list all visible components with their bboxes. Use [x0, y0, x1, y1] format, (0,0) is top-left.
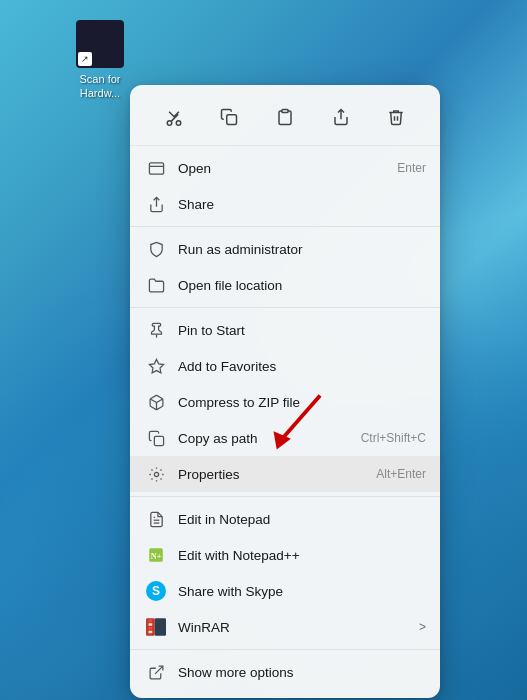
- svg-rect-8: [154, 436, 163, 445]
- menu-item-copy-path[interactable]: Copy as path Ctrl+Shift+C: [130, 420, 440, 456]
- copy-path-label: Copy as path: [178, 431, 361, 446]
- svg-rect-16: [149, 620, 153, 623]
- divider-4: [130, 649, 440, 650]
- properties-icon: [144, 462, 168, 486]
- svg-rect-4: [149, 162, 163, 173]
- svg-line-20: [155, 666, 163, 674]
- icon-image: ↗: [76, 20, 124, 68]
- menu-item-open-location[interactable]: Open file location: [130, 267, 440, 303]
- share-toolbar-button[interactable]: [323, 99, 359, 135]
- desktop-icon-label: Scan for Hardw...: [60, 72, 140, 101]
- winrar-label: WinRAR: [178, 620, 415, 635]
- svg-rect-19: [149, 631, 153, 634]
- share-toolbar-icon: [332, 108, 350, 126]
- add-favorites-label: Add to Favorites: [178, 359, 426, 374]
- folder-icon: [144, 273, 168, 297]
- svg-point-0: [167, 121, 172, 126]
- cut-button[interactable]: [156, 99, 192, 135]
- delete-icon: [387, 108, 405, 126]
- paste-icon: [276, 108, 294, 126]
- menu-item-pin-start[interactable]: Pin to Start: [130, 312, 440, 348]
- zip-icon: [144, 390, 168, 414]
- pin-icon: [144, 318, 168, 342]
- svg-rect-3: [282, 110, 288, 113]
- menu-item-run-admin[interactable]: Run as administrator: [130, 231, 440, 267]
- delete-button[interactable]: [378, 99, 414, 135]
- context-menu: Open Enter Share Run as administrator Op…: [130, 85, 440, 698]
- open-location-label: Open file location: [178, 278, 426, 293]
- menu-item-share[interactable]: Share: [130, 186, 440, 222]
- properties-label: Properties: [178, 467, 376, 482]
- open-icon: [144, 156, 168, 180]
- menu-item-add-favorites[interactable]: Add to Favorites: [130, 348, 440, 384]
- svg-text:N+: N+: [151, 552, 162, 561]
- run-admin-label: Run as administrator: [178, 242, 426, 257]
- share-label: Share: [178, 197, 426, 212]
- skype-logo: S: [146, 581, 166, 601]
- share-icon: [144, 192, 168, 216]
- copy-path-shortcut: Ctrl+Shift+C: [361, 431, 426, 445]
- copy-path-icon: [144, 426, 168, 450]
- notepad-icon: [144, 507, 168, 531]
- edit-notepad-label: Edit in Notepad: [178, 512, 426, 527]
- more-options-label: Show more options: [178, 665, 426, 680]
- skype-icon: S: [144, 579, 168, 603]
- svg-point-1: [176, 121, 181, 126]
- svg-rect-15: [155, 618, 166, 636]
- winrar-icon: [144, 615, 168, 639]
- svg-point-9: [154, 472, 158, 476]
- toolbar-row: [130, 93, 440, 146]
- divider-1: [130, 226, 440, 227]
- shield-icon: [144, 237, 168, 261]
- copy-button[interactable]: [211, 99, 247, 135]
- winrar-chevron-icon: >: [419, 620, 426, 634]
- notepadpp-icon: N+: [144, 543, 168, 567]
- desktop-icon[interactable]: ↗ Scan for Hardw...: [60, 20, 140, 101]
- cut-icon: [165, 108, 183, 126]
- menu-item-edit-notepad[interactable]: Edit in Notepad: [130, 501, 440, 537]
- open-label: Open: [178, 161, 397, 176]
- divider-2: [130, 307, 440, 308]
- divider-3: [130, 496, 440, 497]
- pin-start-label: Pin to Start: [178, 323, 426, 338]
- svg-marker-6: [149, 359, 163, 372]
- more-options-icon: [144, 660, 168, 684]
- properties-shortcut: Alt+Enter: [376, 467, 426, 481]
- svg-rect-18: [149, 627, 153, 630]
- compress-zip-label: Compress to ZIP file: [178, 395, 426, 410]
- edit-notepadpp-label: Edit with Notepad++: [178, 548, 426, 563]
- share-skype-label: Share with Skype: [178, 584, 426, 599]
- svg-rect-17: [149, 623, 153, 626]
- menu-item-edit-notepadpp[interactable]: N+ Edit with Notepad++: [130, 537, 440, 573]
- menu-item-compress-zip[interactable]: Compress to ZIP file: [130, 384, 440, 420]
- open-shortcut: Enter: [397, 161, 426, 175]
- svg-rect-2: [227, 115, 237, 125]
- menu-item-more-options[interactable]: Show more options: [130, 654, 440, 690]
- menu-item-properties[interactable]: Properties Alt+Enter: [130, 456, 440, 492]
- menu-item-share-skype[interactable]: S Share with Skype: [130, 573, 440, 609]
- menu-item-winrar[interactable]: WinRAR >: [130, 609, 440, 645]
- menu-item-open[interactable]: Open Enter: [130, 150, 440, 186]
- paste-button[interactable]: [267, 99, 303, 135]
- shortcut-arrow-icon: ↗: [78, 52, 92, 66]
- star-icon: [144, 354, 168, 378]
- copy-icon: [220, 108, 238, 126]
